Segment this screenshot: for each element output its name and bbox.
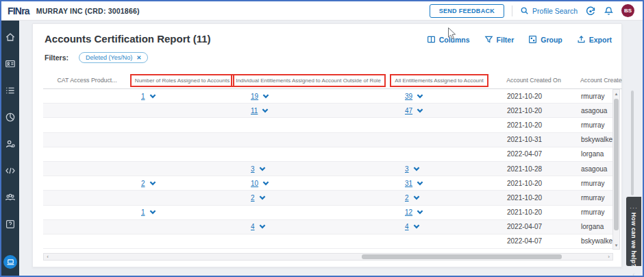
roles-count-link[interactable]: 1 [141,93,145,100]
filter-label: Filter [497,36,515,44]
individual-count-link[interactable]: 11 [251,107,258,115]
cell-all: 3 [383,162,495,176]
sidebar-item-user-admin[interactable] [5,138,16,149]
sidebar-item-developer-code[interactable] [5,165,16,176]
columns-button[interactable]: Columns [427,35,470,44]
scroll-down-arrow-icon[interactable] [613,241,619,249]
developer-code-icon [5,165,16,176]
roles-count-link[interactable]: 2 [141,180,145,187]
export-button[interactable]: Export [577,35,612,44]
chevron-down-icon[interactable] [417,181,423,186]
sidebar-item-tasks-list[interactable] [5,85,16,96]
cell-all [383,147,495,161]
all-count-link[interactable]: 12 [405,208,412,216]
individual-count-link[interactable]: 2 [251,194,255,202]
profile-search-button[interactable]: Profile Search [520,6,578,15]
cell-cat [43,191,131,204]
individual-count-link[interactable]: 3 [251,165,255,173]
recently-viewed-icon[interactable] [585,5,596,16]
cell-all [383,118,495,132]
highlighted-column-label: Number of Roles Assigned to Accounts [130,74,234,87]
chevron-down-icon[interactable] [417,210,423,215]
cell-created_on: 2021-10-20 [495,89,572,103]
table-horizontal-scrollbar[interactable] [43,253,613,261]
chevron-down-icon[interactable] [413,167,420,171]
chevron-down-icon[interactable] [259,224,266,229]
column-header-created_on[interactable]: Account Created On [495,72,572,88]
roles-count-link[interactable]: 1 [141,208,145,216]
chevron-down-icon[interactable] [417,108,423,113]
collapse-chevron-icon[interactable] [632,267,634,277]
chevron-down-icon[interactable] [149,181,156,186]
sidebar-item-reports-pie-chart[interactable] [5,112,16,123]
chevron-down-icon[interactable] [149,94,156,99]
app-window: FINra MURRAY INC (CRD: 3001866) SEND FEE… [0,0,644,277]
column-header-cat[interactable]: CAT Access Product... [43,72,131,88]
highlighted-column-label: Individual Entitlements Assigned to Acco… [231,74,386,87]
all-count-link[interactable]: 2 [405,194,409,202]
export-icon [577,35,586,44]
highlighted-column-label: All Entitlements Assigned to Account [390,74,488,87]
cell-cat [43,234,131,248]
all-count-link[interactable]: 3 [405,165,409,173]
filter-chip-deleted[interactable]: Deleted (Yes/No) [79,52,148,63]
all-count-link[interactable]: 39 [405,93,412,100]
column-header-roles[interactable]: Number of Roles Assigned to Accounts [131,72,234,88]
home-icon [5,32,16,43]
sidebar-item-home[interactable] [5,32,16,43]
avatar[interactable]: BS [621,4,634,17]
scroll-up-arrow-icon[interactable] [613,90,619,97]
chevron-down-icon[interactable] [262,94,269,99]
send-feedback-button[interactable]: SEND FEEDBACK [430,4,504,18]
individual-count-link[interactable]: 4 [251,223,255,230]
all-count-link[interactable]: 47 [405,107,412,115]
chevron-down-icon[interactable] [262,108,269,113]
group-button[interactable]: Group [528,35,562,44]
sidebar-item-contact-card[interactable] [5,58,16,69]
chevron-down-icon[interactable] [413,224,420,229]
group-icon [528,35,537,44]
profile-search-label: Profile Search [532,7,578,15]
cell-cat [43,176,131,190]
chevron-down-icon[interactable] [149,210,156,215]
chevron-down-icon[interactable] [262,181,269,186]
help-tab[interactable]: How can we help? [626,197,641,266]
cell-created_on: 2022-04-07 [495,234,572,248]
chevron-down-icon[interactable] [259,167,266,171]
scroll-left-arrow-icon[interactable] [44,254,51,260]
table-vertical-scrollbar[interactable] [612,89,620,250]
remove-filter-icon[interactable] [136,54,141,61]
column-header-all[interactable]: All Entitlements Assigned to Account [383,72,495,88]
table-row: 1122021-10-20rmurray [43,206,614,220]
vertical-scrollbar-thumb[interactable] [614,99,619,230]
scroll-right-arrow-icon[interactable] [605,254,612,260]
sidebar-item-help[interactable] [5,219,16,230]
cell-created_on: 2021-10-20 [495,118,572,132]
individual-count-link[interactable]: 19 [251,93,258,100]
all-count-link[interactable]: 4 [405,223,409,230]
filter-button[interactable]: Filter [484,35,515,44]
finra-logo[interactable]: FINra [8,5,29,16]
individual-count-link[interactable]: 10 [251,180,258,187]
search-icon [520,6,529,15]
org-name: MURRAY INC (CRD: 3001866) [36,7,140,15]
cell-created_by: rmurray [572,206,614,219]
column-header-individual[interactable]: Individual Entitlements Assigned to Acco… [234,72,383,88]
main-content: Accounts Certification Report (11) Colum… [19,21,643,276]
column-header-created_by[interactable]: Account Created B [572,72,622,88]
contact-card-icon [5,58,16,69]
horizontal-scrollbar-thumb[interactable] [362,254,562,259]
cell-created_on: 2021-10-20 [495,176,572,190]
chevron-down-icon[interactable] [417,94,423,99]
cell-created_by: rmurray [572,118,614,132]
notifications-bell-icon[interactable] [604,5,614,16]
cell-created_by: lorgana [572,220,614,234]
chevron-down-icon[interactable] [413,195,420,200]
all-count-link[interactable]: 31 [405,180,412,187]
cell-created_by: rmurray [572,191,614,204]
sidebar-item-user-groups[interactable] [5,192,16,203]
sidebar-item-virtual-assistant[interactable] [3,255,17,269]
page-scrollbar[interactable] [631,91,634,195]
table-body: 119392021-10-20rmurray11472021-10-20asag… [43,89,614,249]
chevron-down-icon[interactable] [259,195,266,200]
